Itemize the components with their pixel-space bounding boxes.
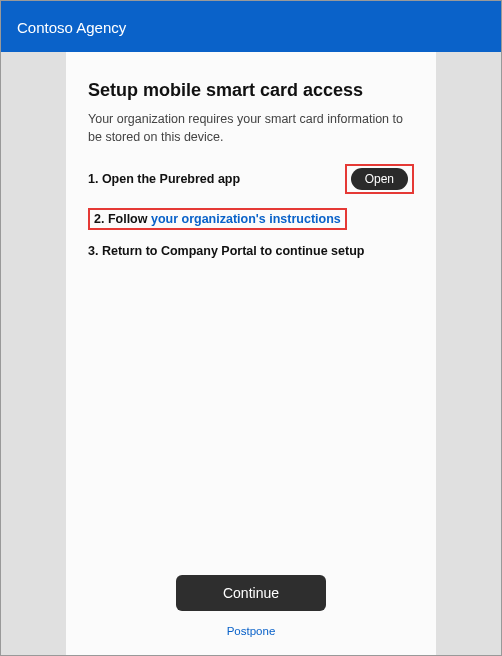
step-3: 3. Return to Company Portal to continue …	[88, 244, 414, 258]
open-button-highlight: Open	[345, 164, 414, 194]
open-button[interactable]: Open	[351, 168, 408, 190]
continue-button[interactable]: Continue	[176, 575, 326, 611]
app-header: Contoso Agency	[1, 1, 501, 52]
background-frame: Setup mobile smart card access Your orga…	[1, 52, 501, 655]
page-subtitle: Your organization requires your smart ca…	[88, 111, 414, 146]
org-instructions-link[interactable]: your organization's instructions	[151, 212, 341, 226]
step-2-prefix: 2. Follow	[94, 212, 151, 226]
spacer	[88, 272, 414, 575]
org-name: Contoso Agency	[17, 19, 126, 36]
content-card: Setup mobile smart card access Your orga…	[66, 52, 436, 655]
step-3-text: 3. Return to Company Portal to continue …	[88, 244, 414, 258]
step-2-text: 2. Follow your organization's instructio…	[94, 212, 341, 226]
step-2-highlight: 2. Follow your organization's instructio…	[88, 208, 347, 230]
step-2: 2. Follow your organization's instructio…	[88, 208, 414, 230]
step-1-text: 1. Open the Purebred app	[88, 172, 345, 186]
page-title: Setup mobile smart card access	[88, 80, 414, 101]
postpone-link[interactable]: Postpone	[88, 625, 414, 637]
step-1: 1. Open the Purebred app Open	[88, 164, 414, 194]
